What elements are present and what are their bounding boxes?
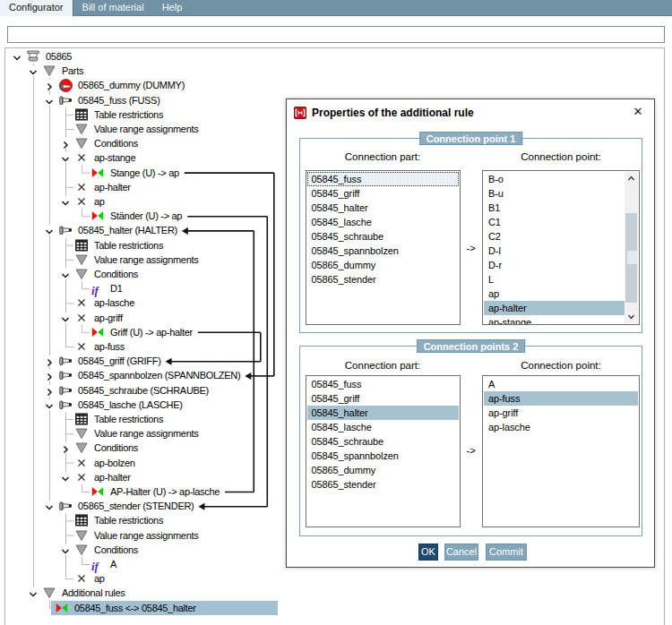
xmark-icon [75,471,88,484]
column-label: Connection part: [306,360,461,371]
machine-icon [27,50,39,63]
tree-row-label: Conditions [94,138,138,149]
list-item[interactable]: 05865_dummy [307,463,459,477]
tree-row-label: Value range assignments [94,124,198,134]
tree-row[interactable]: ap [5,571,664,586]
chevron-collapsed-icon[interactable] [44,355,55,366]
list-item[interactable]: 05845_schraube [307,229,459,244]
commit-button[interactable]: Commit [486,544,527,561]
part-icon [59,384,72,397]
list-item[interactable]: 05845_griff [307,391,459,406]
chevron-collapsed-icon[interactable] [44,80,55,90]
chevron-expanded-icon[interactable] [44,95,55,106]
tree-row-label: ap-fuss [94,341,125,352]
chevron-expanded-icon[interactable] [28,65,39,76]
tree-row-label: Table restrictions [94,515,163,526]
triangle-icon [75,529,88,542]
chevron-expanded-icon[interactable] [60,312,71,323]
list-item[interactable]: 05845_fuss [307,377,459,391]
tree-row-label: AP-Halter (U) -> ap-lasche [110,486,220,497]
list-item[interactable]: B1 [484,201,625,215]
tree-row-label: ap-lasche [94,297,134,308]
triangle-icon [75,268,88,280]
column-label: Connection point: [482,151,640,162]
list-item[interactable]: ap-halter [484,301,625,315]
scroll-down-icon[interactable] [625,310,638,323]
chevron-expanded-icon[interactable] [60,544,71,555]
list-item[interactable]: B-u [484,186,625,201]
chevron-expanded-icon[interactable] [44,399,55,410]
table-icon [75,239,88,252]
xmark-icon [75,572,88,585]
tree-row-label: 05845_griff (GRIFF) [78,355,161,366]
tree-row-label: Table restrictions [94,414,163,424]
list-item[interactable]: C1 [484,215,625,229]
chevron-expanded-icon[interactable] [60,152,71,163]
vertical-scrollbar[interactable] [625,172,638,323]
tree-row-label: Additional rules [62,587,125,598]
triangle-icon [75,123,88,135]
list-item[interactable]: 05865_dummy [307,258,459,272]
groupbox-title: Connection point 1 [419,132,523,145]
tree-row[interactable]: 05865 [5,49,664,64]
part-list: 05845_fuss05845_griff05845_halter05845_l… [306,375,461,527]
chevron-expanded-icon[interactable] [28,587,39,598]
tab-bar: ConfiguratorBill of materialHelp [0,0,672,16]
ok-button[interactable]: OK [418,544,438,561]
tree-row-label: Parts [62,65,83,76]
close-icon[interactable]: ✕ [630,104,646,120]
list-item[interactable]: ap-griff [484,406,638,420]
chevron-collapsed-icon[interactable] [44,385,55,396]
list-item[interactable]: C2 [484,229,625,244]
if-icon: if [91,558,104,570]
list-item[interactable]: A [484,377,638,391]
chevron-expanded-icon[interactable] [60,472,71,483]
chevron-expanded-icon[interactable] [12,51,22,62]
list-item[interactable]: 05845_spannbolzen [307,449,459,463]
tree-row[interactable]: Parts [5,64,664,78]
list-item[interactable]: 05845_schraube [307,434,459,449]
list-item[interactable]: ap-fuss [484,391,638,406]
cancel-button[interactable]: Cancel [444,544,478,561]
tree-row[interactable]: 05865_dummy (DUMMY) [5,78,664,92]
list-item[interactable]: 05845_spannbolzen [307,244,459,258]
rule-icon [91,167,104,179]
list-item[interactable]: L [484,272,625,287]
list-item[interactable]: 05865_stender [307,477,459,492]
list-item[interactable]: ap [484,287,625,301]
tree-row-label: Table restrictions [94,109,163,120]
scrollbar-thumb[interactable] [625,213,637,303]
properties-dialog: Properties of the additional rule ✕ Conn… [286,98,655,568]
tree-row[interactable]: 05845_fuss <-> 05845_halter [5,601,664,615]
list-item[interactable]: ap-lasche [484,420,638,434]
list-item[interactable]: 05865_stender [307,272,459,287]
list-item[interactable]: ap-stange [484,315,625,325]
list-item[interactable]: 05845_halter [307,406,459,420]
list-item[interactable]: 05845_griff [307,186,459,201]
list-item[interactable]: 05845_halter [307,201,459,215]
filter-input[interactable] [7,26,665,43]
chevron-collapsed-icon[interactable] [60,138,71,149]
list-item[interactable]: D-r [484,258,625,272]
tree-row-label: Stange (U) -> ap [110,167,179,178]
chevron-expanded-icon[interactable] [60,269,71,279]
tab-configurator[interactable]: Configurator [0,0,73,16]
chevron-collapsed-icon[interactable] [60,442,71,453]
list-item[interactable]: 05845_lasche [307,420,459,434]
application-window: ConfiguratorBill of materialHelp 05865 P… [0,0,672,625]
column-label: Connection point: [482,360,640,371]
chevron-expanded-icon[interactable] [60,196,71,207]
list-item[interactable]: D-l [484,244,625,258]
tab-help[interactable]: Help [153,0,192,16]
list-item[interactable]: 05845_fuss [307,172,459,186]
list-item[interactable]: B-o [484,172,625,186]
chevron-expanded-icon[interactable] [44,225,55,235]
chevron-expanded-icon[interactable] [44,501,55,511]
tree-row[interactable]: Additional rules [5,586,664,600]
list-item[interactable]: 05845_lasche [307,215,459,229]
tab-bill-of-material[interactable]: Bill of material [73,0,153,16]
rule-dialog-icon [294,107,306,119]
chevron-collapsed-icon[interactable] [44,370,55,381]
scroll-up-icon[interactable] [625,172,638,185]
part-icon [59,500,72,512]
